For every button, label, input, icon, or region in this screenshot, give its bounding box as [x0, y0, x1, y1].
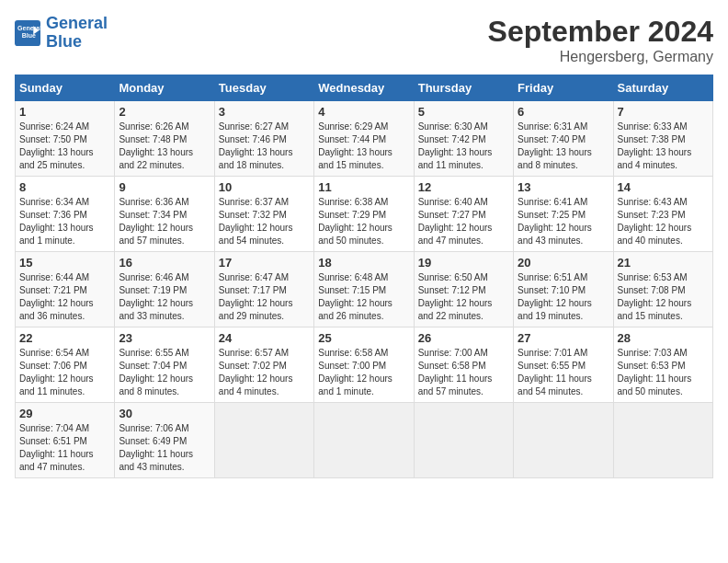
day-number: 3 [219, 105, 310, 119]
table-row [314, 403, 414, 478]
day-number: 24 [219, 331, 310, 345]
table-row: 25Sunrise: 6:58 AM Sunset: 7:00 PM Dayli… [314, 327, 414, 403]
logo-icon: General Blue [15, 20, 40, 46]
day-number: 1 [19, 105, 110, 119]
col-wednesday: Wednesday [314, 75, 414, 101]
day-number: 7 [618, 105, 709, 119]
day-info: Sunrise: 6:24 AM Sunset: 7:50 PM Dayligh… [19, 121, 110, 172]
day-number: 2 [119, 105, 210, 119]
day-info: Sunrise: 7:03 AM Sunset: 6:53 PM Dayligh… [618, 347, 709, 398]
day-number: 28 [618, 331, 709, 345]
day-info: Sunrise: 6:48 AM Sunset: 7:15 PM Dayligh… [318, 271, 409, 323]
location-title: Hengersberg, Germany [488, 49, 713, 65]
page-header: General Blue General Blue September 2024… [15, 15, 713, 65]
day-number: 20 [518, 256, 609, 270]
calendar-week-3: 15Sunrise: 6:44 AM Sunset: 7:21 PM Dayli… [16, 252, 713, 327]
table-row [613, 403, 712, 478]
table-row: 16Sunrise: 6:46 AM Sunset: 7:19 PM Dayli… [115, 252, 214, 327]
day-number: 9 [119, 180, 210, 194]
day-info: Sunrise: 7:04 AM Sunset: 6:51 PM Dayligh… [19, 422, 110, 474]
day-info: Sunrise: 6:38 AM Sunset: 7:29 PM Dayligh… [318, 196, 409, 247]
day-number: 15 [19, 256, 110, 270]
day-number: 11 [318, 180, 409, 194]
day-info: Sunrise: 6:50 AM Sunset: 7:12 PM Dayligh… [418, 271, 509, 323]
day-number: 14 [618, 180, 709, 194]
day-number: 5 [418, 105, 509, 119]
day-info: Sunrise: 6:54 AM Sunset: 7:06 PM Dayligh… [19, 347, 110, 398]
day-info: Sunrise: 6:53 AM Sunset: 7:08 PM Dayligh… [618, 271, 709, 323]
day-info: Sunrise: 6:44 AM Sunset: 7:21 PM Dayligh… [19, 271, 110, 323]
table-row: 19Sunrise: 6:50 AM Sunset: 7:12 PM Dayli… [414, 252, 513, 327]
calendar-week-5: 29Sunrise: 7:04 AM Sunset: 6:51 PM Dayli… [16, 403, 713, 478]
day-info: Sunrise: 6:43 AM Sunset: 7:23 PM Dayligh… [618, 196, 709, 247]
table-row: 8Sunrise: 6:34 AM Sunset: 7:36 PM Daylig… [16, 177, 115, 252]
day-info: Sunrise: 6:36 AM Sunset: 7:34 PM Dayligh… [119, 196, 210, 247]
table-row: 11Sunrise: 6:38 AM Sunset: 7:29 PM Dayli… [314, 177, 414, 252]
day-number: 23 [119, 331, 210, 345]
day-info: Sunrise: 7:06 AM Sunset: 6:49 PM Dayligh… [119, 422, 210, 474]
table-row: 15Sunrise: 6:44 AM Sunset: 7:21 PM Dayli… [16, 252, 115, 327]
table-row [414, 403, 513, 478]
table-row: 7Sunrise: 6:33 AM Sunset: 7:38 PM Daylig… [613, 101, 712, 177]
table-row: 20Sunrise: 6:51 AM Sunset: 7:10 PM Dayli… [514, 252, 613, 327]
day-info: Sunrise: 6:37 AM Sunset: 7:32 PM Dayligh… [219, 196, 310, 247]
table-row: 14Sunrise: 6:43 AM Sunset: 7:23 PM Dayli… [613, 177, 712, 252]
day-number: 12 [418, 180, 509, 194]
col-monday: Monday [115, 75, 214, 101]
table-row: 6Sunrise: 6:31 AM Sunset: 7:40 PM Daylig… [514, 101, 613, 177]
col-thursday: Thursday [414, 75, 513, 101]
month-title: September 2024 [488, 15, 713, 49]
table-row: 2Sunrise: 6:26 AM Sunset: 7:48 PM Daylig… [115, 101, 214, 177]
day-number: 29 [19, 407, 110, 420]
day-info: Sunrise: 6:31 AM Sunset: 7:40 PM Dayligh… [518, 121, 609, 172]
day-number: 13 [518, 180, 609, 194]
calendar-week-4: 22Sunrise: 6:54 AM Sunset: 7:06 PM Dayli… [16, 327, 713, 403]
col-sunday: Sunday [16, 75, 115, 101]
day-number: 8 [19, 180, 110, 194]
table-row: 18Sunrise: 6:48 AM Sunset: 7:15 PM Dayli… [314, 252, 414, 327]
day-number: 16 [119, 256, 210, 270]
day-number: 27 [518, 331, 609, 345]
table-row: 12Sunrise: 6:40 AM Sunset: 7:27 PM Dayli… [414, 177, 513, 252]
day-number: 4 [318, 105, 409, 119]
calendar-week-1: 1Sunrise: 6:24 AM Sunset: 7:50 PM Daylig… [16, 101, 713, 177]
table-row: 3Sunrise: 6:27 AM Sunset: 7:46 PM Daylig… [214, 101, 313, 177]
day-number: 25 [318, 331, 409, 345]
day-info: Sunrise: 6:46 AM Sunset: 7:19 PM Dayligh… [119, 271, 210, 323]
table-row: 29Sunrise: 7:04 AM Sunset: 6:51 PM Dayli… [16, 403, 115, 478]
day-info: Sunrise: 6:33 AM Sunset: 7:38 PM Dayligh… [618, 121, 709, 172]
table-row: 10Sunrise: 6:37 AM Sunset: 7:32 PM Dayli… [214, 177, 313, 252]
day-number: 17 [219, 256, 310, 270]
day-number: 22 [19, 331, 110, 345]
table-row: 28Sunrise: 7:03 AM Sunset: 6:53 PM Dayli… [613, 327, 712, 403]
day-number: 10 [219, 180, 310, 194]
logo-name: General Blue [46, 15, 108, 52]
day-info: Sunrise: 6:57 AM Sunset: 7:02 PM Dayligh… [219, 347, 310, 398]
day-number: 30 [119, 407, 210, 420]
table-row: 1Sunrise: 6:24 AM Sunset: 7:50 PM Daylig… [16, 101, 115, 177]
table-row: 30Sunrise: 7:06 AM Sunset: 6:49 PM Dayli… [115, 403, 214, 478]
weekday-row: Sunday Monday Tuesday Wednesday Thursday… [16, 75, 713, 101]
logo-line1: General [46, 14, 108, 32]
day-info: Sunrise: 6:29 AM Sunset: 7:44 PM Dayligh… [318, 121, 409, 172]
day-info: Sunrise: 6:58 AM Sunset: 7:00 PM Dayligh… [318, 347, 409, 398]
col-tuesday: Tuesday [214, 75, 313, 101]
calendar-body: 1Sunrise: 6:24 AM Sunset: 7:50 PM Daylig… [16, 101, 713, 478]
title-area: September 2024 Hengersberg, Germany [488, 15, 713, 65]
table-row: 26Sunrise: 7:00 AM Sunset: 6:58 PM Dayli… [414, 327, 513, 403]
day-info: Sunrise: 6:34 AM Sunset: 7:36 PM Dayligh… [19, 196, 110, 247]
day-number: 19 [418, 256, 509, 270]
table-row: 17Sunrise: 6:47 AM Sunset: 7:17 PM Dayli… [214, 252, 313, 327]
logo: General Blue General Blue [15, 15, 108, 52]
table-row: 27Sunrise: 7:01 AM Sunset: 6:55 PM Dayli… [514, 327, 613, 403]
day-info: Sunrise: 6:30 AM Sunset: 7:42 PM Dayligh… [418, 121, 509, 172]
col-saturday: Saturday [613, 75, 712, 101]
table-row: 23Sunrise: 6:55 AM Sunset: 7:04 PM Dayli… [115, 327, 214, 403]
calendar-header: Sunday Monday Tuesday Wednesday Thursday… [16, 75, 713, 101]
table-row [214, 403, 313, 478]
calendar-table: Sunday Monday Tuesday Wednesday Thursday… [15, 75, 713, 478]
logo-line2: Blue [46, 32, 82, 51]
table-row: 24Sunrise: 6:57 AM Sunset: 7:02 PM Dayli… [214, 327, 313, 403]
table-row: 21Sunrise: 6:53 AM Sunset: 7:08 PM Dayli… [613, 252, 712, 327]
day-info: Sunrise: 6:41 AM Sunset: 7:25 PM Dayligh… [518, 196, 609, 247]
